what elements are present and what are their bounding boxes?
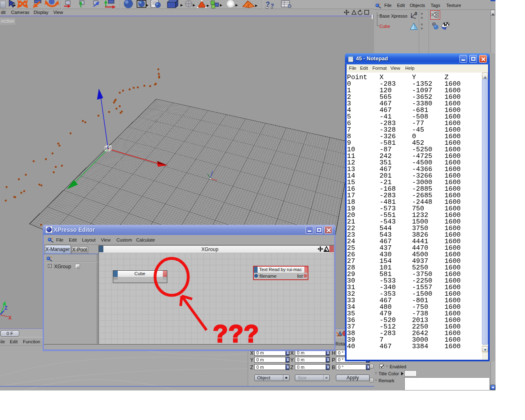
svg-text:X: X xyxy=(8,315,11,321)
svg-text:Z: Z xyxy=(5,305,7,311)
